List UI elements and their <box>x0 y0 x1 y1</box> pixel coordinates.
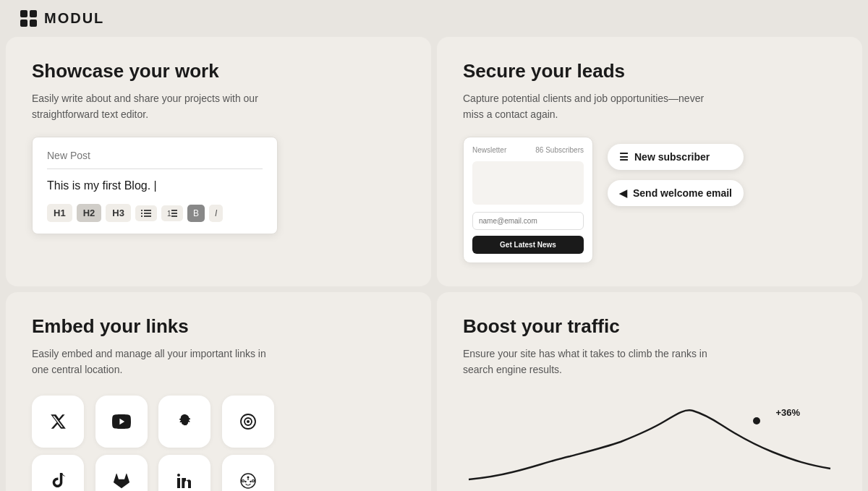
svg-rect-4 <box>141 215 142 217</box>
social-snapchat-button[interactable] <box>158 396 210 448</box>
editor-content: This is my first Blog. | <box>47 179 263 192</box>
svg-rect-8 <box>171 213 177 214</box>
social-tiktok-button[interactable] <box>32 455 84 491</box>
showcase-card: Showcase your work Easily write about an… <box>6 37 431 286</box>
new-subscriber-badge: ☰ New subscriber <box>608 144 744 170</box>
social-icons-grid <box>32 396 278 491</box>
chart-svg <box>463 400 836 491</box>
leads-title: Secure your leads <box>463 60 836 82</box>
list-button[interactable] <box>135 205 157 221</box>
newsletter-list-area <box>472 161 584 205</box>
social-x-button[interactable] <box>32 396 84 448</box>
chart-area: +36% JAN FEB MAR APR <box>463 393 836 491</box>
svg-rect-9 <box>171 215 177 217</box>
newsletter-header: Newsletter 86 Subscribers <box>472 146 584 154</box>
svg-rect-2 <box>141 213 142 214</box>
traffic-desc: Ensure your site has what it takes to cl… <box>463 346 709 377</box>
newsletter-mockup: Newsletter 86 Subscribers Get Latest New… <box>463 137 593 263</box>
svg-rect-0 <box>141 210 142 211</box>
svg-point-18 <box>252 479 254 482</box>
editor-mockup: This is my first Blog. | H1 H2 H3 <box>32 137 278 234</box>
header: MODUL <box>0 0 868 37</box>
send-email-badge: ◀ Send welcome email <box>608 180 744 206</box>
showcase-desc: Easily write about and share your projec… <box>32 91 278 122</box>
send-badge-icon: ◀ <box>619 187 627 199</box>
social-gitlab-button[interactable] <box>95 455 148 491</box>
svg-point-12 <box>247 420 250 423</box>
svg-point-13 <box>241 474 255 488</box>
italic-button[interactable]: I <box>209 205 223 222</box>
svg-rect-5 <box>144 215 151 217</box>
links-desc: Easily embed and manage all your importa… <box>32 346 278 377</box>
svg-rect-1 <box>144 210 151 211</box>
send-email-label: Send welcome email <box>633 187 732 199</box>
social-youtube-button[interactable] <box>95 396 148 448</box>
logo-text: MODUL <box>44 10 104 27</box>
newsletter-email-input[interactable] <box>472 212 584 230</box>
editor-toolbar: H1 H2 H3 1. <box>47 204 263 222</box>
h1-button[interactable]: H1 <box>47 204 72 222</box>
svg-point-15 <box>250 481 251 482</box>
svg-rect-7 <box>171 210 177 211</box>
svg-point-19 <box>242 479 244 482</box>
traffic-title: Boost your traffic <box>463 315 836 338</box>
svg-point-14 <box>244 481 246 482</box>
leads-desc: Capture potential clients and job opport… <box>463 91 709 122</box>
leads-card: Secure your leads Capture potential clie… <box>437 37 862 286</box>
newsletter-cta-button[interactable]: Get Latest News <box>472 236 584 254</box>
editor-title-field[interactable] <box>47 150 263 169</box>
social-linkedin-button[interactable] <box>158 455 210 491</box>
social-reddit-button[interactable] <box>222 455 274 491</box>
logo-icon <box>20 10 37 27</box>
links-card: Embed your links Easily embed and manage… <box>6 292 431 491</box>
showcase-title: Showcase your work <box>32 60 405 82</box>
list-badge-icon: ☰ <box>619 151 629 163</box>
social-camera-button[interactable] <box>222 396 274 448</box>
leads-area: Newsletter 86 Subscribers Get Latest New… <box>463 137 836 263</box>
newsletter-subscribers: 86 Subscribers <box>535 146 584 154</box>
new-subscriber-label: New subscriber <box>634 151 710 163</box>
h2-button[interactable]: H2 <box>77 204 102 222</box>
traffic-card: Boost your traffic Ensure your site has … <box>437 292 862 491</box>
h3-button[interactable]: H3 <box>106 204 131 222</box>
svg-point-16 <box>247 476 249 478</box>
svg-rect-3 <box>144 213 151 214</box>
features-grid: Showcase your work Easily write about an… <box>0 37 868 491</box>
ordered-list-button[interactable]: 1. <box>161 205 183 221</box>
floating-badges: ☰ New subscriber ◀ Send welcome email <box>608 137 744 206</box>
bold-button[interactable]: B <box>187 205 205 222</box>
newsletter-label: Newsletter <box>472 146 506 154</box>
links-title: Embed your links <box>32 315 405 338</box>
